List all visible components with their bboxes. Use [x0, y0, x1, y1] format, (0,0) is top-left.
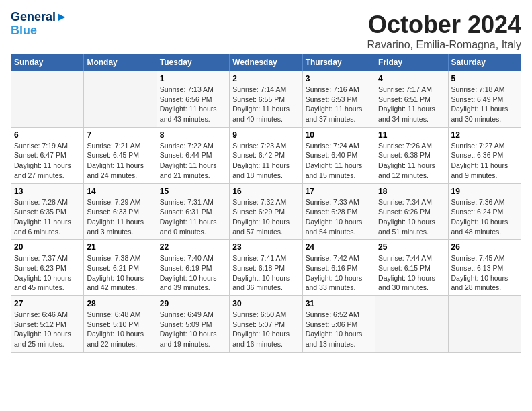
calendar-week-row: 1Sunrise: 7:13 AMSunset: 6:56 PMDaylight…: [11, 71, 521, 128]
calendar-cell: 21Sunrise: 7:38 AMSunset: 6:21 PMDayligh…: [84, 240, 157, 296]
day-number: 8: [160, 130, 226, 140]
day-number: 21: [87, 242, 153, 252]
day-info: Sunrise: 7:13 AMSunset: 6:56 PMDaylight:…: [160, 85, 226, 124]
calendar-cell: [11, 71, 84, 128]
day-number: 31: [306, 299, 372, 308]
day-info: Sunrise: 6:50 AMSunset: 5:07 PMDaylight:…: [232, 310, 299, 349]
calendar-cell: 31Sunrise: 6:52 AMSunset: 5:06 PMDayligh…: [302, 296, 375, 353]
title-block: October 2024 Ravarino, Emilia-Romagna, I…: [367, 11, 521, 51]
day-number: 4: [378, 74, 445, 83]
calendar-cell: 6Sunrise: 7:19 AMSunset: 6:47 PMDaylight…: [11, 127, 84, 183]
calendar-cell: 15Sunrise: 7:31 AMSunset: 6:31 PMDayligh…: [157, 183, 229, 240]
day-number: 29: [160, 299, 226, 308]
day-info: Sunrise: 7:26 AMSunset: 6:38 PMDaylight:…: [378, 141, 445, 181]
day-info: Sunrise: 7:45 AMSunset: 6:13 PMDaylight:…: [451, 253, 518, 293]
day-info: Sunrise: 7:14 AMSunset: 6:55 PMDaylight:…: [232, 85, 299, 124]
day-number: 1: [160, 74, 226, 83]
day-info: Sunrise: 7:44 AMSunset: 6:15 PMDaylight:…: [378, 253, 445, 293]
calendar-cell: 23Sunrise: 7:41 AMSunset: 6:18 PMDayligh…: [230, 240, 302, 296]
weekday-header: Friday: [375, 54, 448, 71]
day-number: 14: [87, 187, 153, 196]
day-info: Sunrise: 7:17 AMSunset: 6:51 PMDaylight:…: [378, 85, 445, 124]
day-number: 15: [160, 187, 226, 196]
calendar-cell: 22Sunrise: 7:40 AMSunset: 6:19 PMDayligh…: [157, 240, 229, 296]
day-number: 12: [451, 130, 518, 140]
day-info: Sunrise: 7:31 AMSunset: 6:31 PMDaylight:…: [160, 197, 226, 237]
day-info: Sunrise: 6:49 AMSunset: 5:09 PMDaylight:…: [160, 310, 226, 349]
calendar-cell: 12Sunrise: 7:27 AMSunset: 6:36 PMDayligh…: [448, 127, 521, 183]
calendar-cell: 7Sunrise: 7:21 AMSunset: 6:45 PMDaylight…: [84, 127, 157, 183]
day-info: Sunrise: 7:27 AMSunset: 6:36 PMDaylight:…: [451, 141, 518, 181]
day-info: Sunrise: 7:34 AMSunset: 6:26 PMDaylight:…: [378, 197, 445, 237]
day-info: Sunrise: 7:40 AMSunset: 6:19 PMDaylight:…: [160, 253, 226, 293]
day-number: 11: [378, 130, 445, 140]
page-header: General► Blue October 2024 Ravarino, Emi…: [11, 11, 521, 51]
calendar-cell: 1Sunrise: 7:13 AMSunset: 6:56 PMDaylight…: [157, 71, 229, 128]
day-number: 28: [87, 299, 153, 308]
calendar-cell: 5Sunrise: 7:18 AMSunset: 6:49 PMDaylight…: [448, 71, 521, 128]
calendar-cell: 25Sunrise: 7:44 AMSunset: 6:15 PMDayligh…: [375, 240, 448, 296]
calendar-cell: 3Sunrise: 7:16 AMSunset: 6:53 PMDaylight…: [302, 71, 375, 128]
calendar-cell: 20Sunrise: 7:37 AMSunset: 6:23 PMDayligh…: [11, 240, 84, 296]
day-info: Sunrise: 7:19 AMSunset: 6:47 PMDaylight:…: [14, 141, 81, 181]
day-number: 18: [378, 187, 445, 196]
calendar-cell: [448, 296, 521, 353]
calendar-cell: 19Sunrise: 7:36 AMSunset: 6:24 PMDayligh…: [448, 183, 521, 240]
day-info: Sunrise: 6:52 AMSunset: 5:06 PMDaylight:…: [306, 310, 372, 349]
day-info: Sunrise: 7:42 AMSunset: 6:16 PMDaylight:…: [306, 253, 372, 293]
weekday-header-row: SundayMondayTuesdayWednesdayThursdayFrid…: [11, 54, 521, 71]
weekday-header: Thursday: [302, 54, 375, 71]
day-number: 24: [306, 242, 372, 252]
calendar-cell: [84, 71, 157, 128]
day-number: 10: [306, 130, 372, 140]
calendar-cell: 4Sunrise: 7:17 AMSunset: 6:51 PMDaylight…: [375, 71, 448, 128]
day-info: Sunrise: 7:18 AMSunset: 6:49 PMDaylight:…: [451, 85, 518, 124]
calendar-week-row: 13Sunrise: 7:28 AMSunset: 6:35 PMDayligh…: [11, 183, 521, 240]
calendar-cell: 17Sunrise: 7:33 AMSunset: 6:28 PMDayligh…: [302, 183, 375, 240]
day-number: 17: [306, 187, 372, 196]
month-title: October 2024: [367, 11, 521, 39]
calendar-cell: 18Sunrise: 7:34 AMSunset: 6:26 PMDayligh…: [375, 183, 448, 240]
calendar-cell: 10Sunrise: 7:24 AMSunset: 6:40 PMDayligh…: [302, 127, 375, 183]
calendar-cell: [375, 296, 448, 353]
day-number: 22: [160, 242, 226, 252]
day-number: 2: [232, 74, 299, 83]
day-number: 5: [451, 74, 518, 83]
day-info: Sunrise: 7:36 AMSunset: 6:24 PMDaylight:…: [451, 197, 518, 237]
day-number: 3: [306, 74, 372, 83]
day-number: 27: [14, 299, 81, 308]
day-info: Sunrise: 7:23 AMSunset: 6:42 PMDaylight:…: [232, 141, 299, 181]
day-info: Sunrise: 7:41 AMSunset: 6:18 PMDaylight:…: [232, 253, 299, 293]
day-number: 25: [378, 242, 445, 252]
day-number: 13: [14, 187, 81, 196]
day-info: Sunrise: 7:33 AMSunset: 6:28 PMDaylight:…: [306, 197, 372, 237]
day-info: Sunrise: 7:22 AMSunset: 6:44 PMDaylight:…: [160, 141, 226, 181]
day-info: Sunrise: 6:48 AMSunset: 5:10 PMDaylight:…: [87, 310, 153, 349]
day-info: Sunrise: 7:37 AMSunset: 6:23 PMDaylight:…: [14, 253, 81, 293]
calendar-cell: 30Sunrise: 6:50 AMSunset: 5:07 PMDayligh…: [230, 296, 302, 353]
logo-text-blue: Blue: [11, 24, 68, 38]
calendar-cell: 11Sunrise: 7:26 AMSunset: 6:38 PMDayligh…: [375, 127, 448, 183]
day-info: Sunrise: 7:24 AMSunset: 6:40 PMDaylight:…: [306, 141, 372, 181]
calendar-week-row: 20Sunrise: 7:37 AMSunset: 6:23 PMDayligh…: [11, 240, 521, 296]
calendar-cell: 9Sunrise: 7:23 AMSunset: 6:42 PMDaylight…: [230, 127, 302, 183]
calendar-week-row: 27Sunrise: 6:46 AMSunset: 5:12 PMDayligh…: [11, 296, 521, 353]
calendar-cell: 14Sunrise: 7:29 AMSunset: 6:33 PMDayligh…: [84, 183, 157, 240]
day-number: 6: [14, 130, 81, 140]
calendar-table: SundayMondayTuesdayWednesdayThursdayFrid…: [11, 54, 521, 353]
location: Ravarino, Emilia-Romagna, Italy: [367, 39, 521, 51]
day-number: 20: [14, 242, 81, 252]
day-number: 19: [451, 187, 518, 196]
calendar-cell: 27Sunrise: 6:46 AMSunset: 5:12 PMDayligh…: [11, 296, 84, 353]
calendar-cell: 13Sunrise: 7:28 AMSunset: 6:35 PMDayligh…: [11, 183, 84, 240]
day-info: Sunrise: 7:38 AMSunset: 6:21 PMDaylight:…: [87, 253, 153, 293]
weekday-header: Wednesday: [230, 54, 302, 71]
weekday-header: Sunday: [11, 54, 84, 71]
weekday-header: Monday: [84, 54, 157, 71]
calendar-cell: 2Sunrise: 7:14 AMSunset: 6:55 PMDaylight…: [230, 71, 302, 128]
calendar-cell: 24Sunrise: 7:42 AMSunset: 6:16 PMDayligh…: [302, 240, 375, 296]
calendar-week-row: 6Sunrise: 7:19 AMSunset: 6:47 PMDaylight…: [11, 127, 521, 183]
day-info: Sunrise: 7:29 AMSunset: 6:33 PMDaylight:…: [87, 197, 153, 237]
day-info: Sunrise: 7:28 AMSunset: 6:35 PMDaylight:…: [14, 197, 81, 237]
logo: General► Blue: [11, 11, 68, 38]
